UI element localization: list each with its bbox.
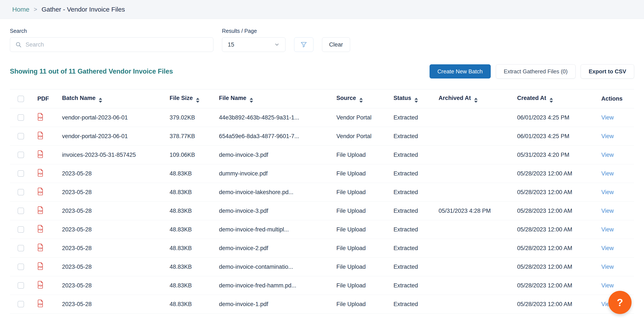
file-size-cell: 48.83KB: [170, 295, 219, 314]
file-size-cell: 48.83KB: [170, 164, 219, 183]
column-header-file-size[interactable]: File Size: [170, 89, 219, 108]
column-header-actions: Actions: [601, 89, 634, 108]
view-link[interactable]: View: [601, 282, 614, 289]
row-checkbox[interactable]: [18, 170, 24, 177]
created-at-cell: 05/28/2023 12:00 AM: [517, 295, 601, 314]
extract-gathered-files-button[interactable]: Extract Gathered Files (0): [496, 64, 576, 78]
archived-at-cell: [438, 146, 517, 164]
breadcrumb-separator-icon: >: [34, 6, 37, 13]
file-name-cell: demo-invoice-fred-hamm.pd...: [219, 276, 336, 295]
pdf-file-icon[interactable]: PDF: [37, 206, 44, 216]
sort-icon: [359, 98, 363, 103]
table-row: PDF 2023-05-28 48.83KB demo-invoice-1.pd…: [10, 295, 634, 314]
search-group: Search: [10, 28, 214, 52]
file-size-cell: 48.83KB: [170, 183, 219, 202]
status-cell: Extracted: [394, 146, 438, 164]
pdf-file-icon[interactable]: PDF: [37, 131, 44, 141]
row-checkbox[interactable]: [18, 245, 24, 251]
view-link[interactable]: View: [601, 133, 614, 139]
archived-at-cell: [438, 164, 517, 183]
row-checkbox[interactable]: [18, 208, 24, 214]
table-row: PDF 2023-05-28 48.83KB demo-invoice-fred…: [10, 276, 634, 295]
pdf-file-icon[interactable]: PDF: [37, 243, 44, 253]
breadcrumb: Home > Gather - Vendor Invoice Files: [12, 6, 125, 13]
results-per-page-value: 15: [228, 41, 234, 48]
source-cell: File Upload: [336, 220, 394, 239]
row-checkbox[interactable]: [18, 133, 24, 139]
table-row: PDF 2023-05-28 48.83KB demo-invoice-2.pd…: [10, 239, 634, 258]
clear-button[interactable]: Clear: [322, 37, 350, 52]
pdf-file-icon[interactable]: PDF: [37, 169, 44, 178]
row-checkbox[interactable]: [18, 301, 24, 307]
table-row: PDF invoices-2023-05-31-857425 109.06KB …: [10, 146, 634, 164]
chevron-down-icon: [274, 42, 280, 47]
pdf-file-icon[interactable]: PDF: [37, 113, 44, 122]
file-name-cell: demo-invoice-fred-multipl...: [219, 220, 336, 239]
row-checkbox[interactable]: [18, 189, 24, 195]
view-link[interactable]: View: [601, 226, 614, 233]
column-header-file-name[interactable]: File Name: [219, 89, 336, 108]
view-link[interactable]: View: [601, 208, 614, 214]
status-cell: Extracted: [394, 183, 438, 202]
column-header-created-at[interactable]: Created At: [517, 89, 601, 108]
view-link[interactable]: View: [601, 152, 614, 158]
file-name-cell: demo-invoice-2.pdf: [219, 239, 336, 258]
results-per-page-select[interactable]: 15: [222, 37, 286, 52]
status-cell: Extracted: [394, 295, 438, 314]
pdf-file-icon[interactable]: PDF: [37, 150, 44, 160]
row-checkbox[interactable]: [18, 264, 24, 270]
file-size-cell: 379.02KB: [170, 108, 219, 127]
view-link[interactable]: View: [601, 114, 614, 121]
row-checkbox[interactable]: [18, 226, 24, 233]
status-cell: Extracted: [394, 276, 438, 295]
search-input[interactable]: [26, 41, 208, 48]
file-size-cell: 109.06KB: [170, 146, 219, 164]
row-checkbox[interactable]: [18, 114, 24, 121]
search-icon: [15, 41, 22, 48]
filter-button[interactable]: [294, 37, 314, 52]
source-cell: File Upload: [336, 276, 394, 295]
file-name-cell: demo-invoice-3.pdf: [219, 146, 336, 164]
help-button[interactable]: ?: [608, 291, 632, 314]
table-row: PDF 2023-05-28 48.83KB demo-invoice-3.pd…: [10, 202, 634, 220]
svg-text:PDF: PDF: [38, 284, 43, 287]
create-new-batch-button[interactable]: Create New Batch: [430, 64, 491, 78]
batch-name-cell: 2023-05-28: [62, 220, 170, 239]
view-link[interactable]: View: [601, 189, 614, 195]
pdf-file-icon[interactable]: PDF: [37, 225, 44, 234]
row-checkbox[interactable]: [18, 152, 24, 158]
source-cell: File Upload: [336, 295, 394, 314]
svg-text:PDF: PDF: [38, 172, 43, 175]
svg-text:PDF: PDF: [38, 247, 43, 250]
batch-name-cell: 2023-05-28: [62, 183, 170, 202]
created-at-cell: 05/28/2023 12:00 AM: [517, 276, 601, 295]
results-per-page-label: Results / Page: [222, 28, 286, 34]
archived-at-cell: 05/31/2023 4:28 PM: [438, 202, 517, 220]
source-cell: Vendor Portal: [336, 127, 394, 146]
batch-name-cell: vendor-portal-2023-06-01: [62, 127, 170, 146]
column-header-source[interactable]: Source: [336, 89, 394, 108]
created-at-cell: 05/28/2023 12:00 AM: [517, 202, 601, 220]
column-header-status[interactable]: Status: [394, 89, 438, 108]
svg-text:PDF: PDF: [38, 266, 43, 268]
table-row: PDF 2023-05-28 48.83KB demo-invoice-cont…: [10, 258, 634, 276]
created-at-cell: 05/28/2023 12:00 AM: [517, 239, 601, 258]
pdf-file-icon[interactable]: PDF: [37, 262, 44, 272]
pdf-file-icon[interactable]: PDF: [37, 281, 44, 291]
view-link[interactable]: View: [601, 170, 614, 177]
export-to-csv-button[interactable]: Export to CSV: [581, 64, 634, 78]
select-all-checkbox[interactable]: [18, 96, 24, 102]
column-header-batch-name[interactable]: Batch Name: [62, 89, 170, 108]
column-header-archived-at[interactable]: Archived At: [438, 89, 517, 108]
archived-at-cell: [438, 295, 517, 314]
view-link[interactable]: View: [601, 245, 614, 251]
pdf-file-icon[interactable]: PDF: [37, 300, 44, 309]
breadcrumb-home-link[interactable]: Home: [12, 6, 30, 13]
sort-icon: [250, 98, 253, 103]
archived-at-cell: [438, 220, 517, 239]
sort-icon: [196, 98, 200, 103]
view-link[interactable]: View: [601, 264, 614, 270]
row-checkbox[interactable]: [18, 282, 24, 289]
pdf-file-icon[interactable]: PDF: [37, 187, 44, 197]
search-box: [10, 37, 214, 52]
